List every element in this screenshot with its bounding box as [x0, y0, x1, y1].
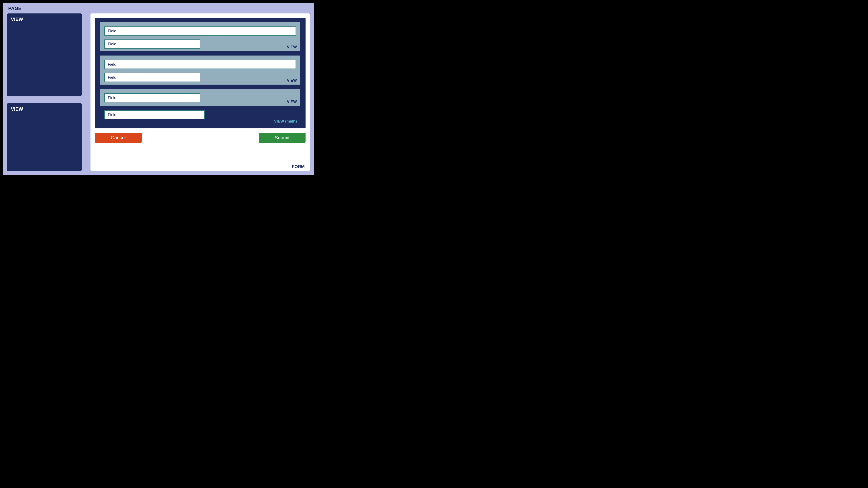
- cancel-button[interactable]: Cancel: [95, 133, 142, 143]
- sidebar: VIEW VIEW: [7, 13, 82, 171]
- field-input[interactable]: Field: [104, 27, 296, 36]
- sidebar-view-1-label: VIEW: [11, 17, 78, 22]
- submit-button[interactable]: Submit: [259, 133, 306, 143]
- columns: VIEW VIEW Field Field VIEW Field Field: [7, 13, 310, 171]
- sidebar-view-2: VIEW: [7, 103, 82, 171]
- sub-view-3-label: VIEW: [287, 100, 297, 104]
- field-input[interactable]: Field: [104, 73, 200, 82]
- page-label: PAGE: [8, 6, 310, 11]
- field-input[interactable]: Field: [104, 110, 205, 119]
- sub-view-3: Field VIEW: [100, 89, 300, 106]
- main-view-field-row: Field VIEW (main): [100, 110, 300, 125]
- field-input[interactable]: Field: [104, 60, 296, 69]
- form-label: FORM: [292, 164, 305, 169]
- main-view-label: VIEW (main): [274, 119, 297, 124]
- page: PAGE VIEW VIEW Field Field VIEW: [3, 3, 314, 175]
- sub-view-2-label: VIEW: [287, 78, 297, 83]
- form-card: Field Field VIEW Field Field VIEW Field …: [91, 13, 310, 171]
- field-input[interactable]: Field: [104, 93, 200, 102]
- sub-view-2: Field Field VIEW: [100, 56, 300, 85]
- sidebar-view-2-label: VIEW: [11, 106, 78, 112]
- form-buttons: Cancel Submit: [95, 133, 306, 143]
- outer-frame: PAGE VIEW VIEW Field Field VIEW: [0, 0, 317, 178]
- sub-view-1-label: VIEW: [287, 45, 297, 50]
- field-input[interactable]: Field: [104, 39, 200, 48]
- sub-view-1: Field Field VIEW: [100, 22, 300, 51]
- main-view: Field Field VIEW Field Field VIEW Field …: [95, 18, 306, 128]
- sidebar-view-1: VIEW: [7, 13, 82, 96]
